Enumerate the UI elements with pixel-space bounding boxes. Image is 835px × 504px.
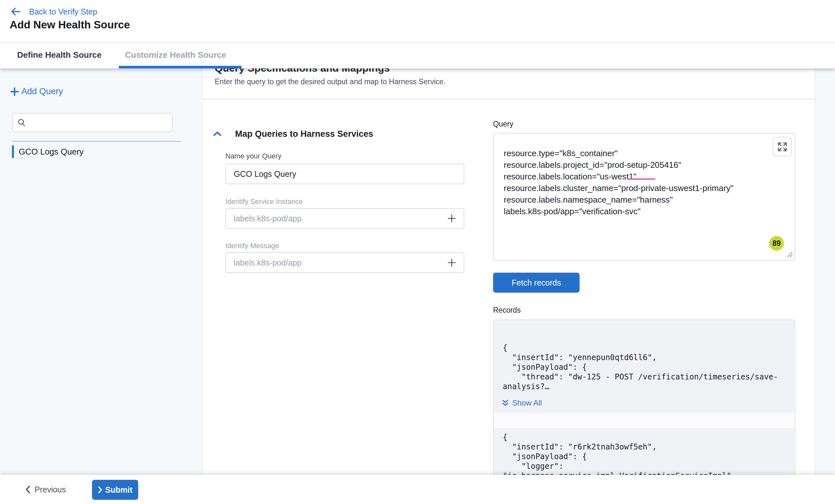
selected-indicator-bar (12, 145, 14, 158)
fullscreen-expand-icon (777, 141, 788, 153)
service-instance-input[interactable] (233, 214, 447, 224)
fetch-records-button[interactable]: Fetch records (493, 273, 579, 293)
previous-button[interactable]: Previous (25, 475, 66, 504)
message-field[interactable] (225, 252, 464, 273)
spellcheck-underline (627, 178, 655, 180)
map-queries-title: Map Queries to Harness Services (235, 129, 373, 139)
add-health-source-page: Query Specifications and Mappings Enter … (0, 0, 835, 504)
query-textarea[interactable]: resource.type="k8s_container"resource.la… (493, 133, 795, 261)
page-title: Add New Health Source (10, 19, 130, 31)
name-your-query-label: Name your Query (225, 152, 282, 160)
section-subtitle: Enter the query to get the desired outpu… (215, 78, 446, 86)
show-all-link[interactable]: Show All (502, 398, 542, 407)
plus-icon (10, 87, 19, 97)
previous-label: Previous (35, 485, 66, 494)
sidebar-item-gco-logs-query[interactable]: GCO Logs Query (12, 145, 84, 158)
back-to-verify-step-link[interactable]: Back to Verify Step (11, 4, 97, 19)
resize-handle-icon[interactable] (785, 250, 793, 259)
add-query-button[interactable]: Add Query (10, 86, 63, 97)
expand-query-button[interactable] (773, 137, 792, 156)
identify-service-instance-label: Identify Service Instance (225, 197, 303, 206)
query-search-box[interactable] (12, 113, 173, 132)
record-item[interactable]: { "insertId": "yennepun0qtd6ll6", "jsonP… (494, 320, 795, 413)
query-text: resource.type="k8s_container"resource.la… (504, 147, 733, 217)
submit-button[interactable]: Submit (92, 480, 138, 500)
record-json: { "insertId": "r6rk2tnah3owf5eh", "jsonP… (503, 433, 731, 481)
tab-define-health-source[interactable]: Define Health Source (17, 50, 102, 60)
wizard-tab-bar: Define Health Source Customize Health So… (0, 42, 835, 68)
show-all-label: Show All (512, 398, 542, 407)
add-service-instance-plus-icon[interactable] (447, 214, 456, 223)
search-input[interactable] (29, 118, 168, 127)
query-label: Query (493, 120, 513, 128)
message-input[interactable] (233, 258, 447, 268)
add-query-label: Add Query (21, 86, 63, 97)
tab-customize-health-source[interactable]: Customize Health Source (125, 50, 226, 60)
chevron-right-icon (98, 486, 102, 493)
suggestion-count-badge[interactable]: 89 (769, 236, 784, 251)
records-label: Records (493, 306, 521, 315)
service-instance-field[interactable] (225, 208, 464, 229)
footer-bar: Previous Submit (0, 475, 835, 504)
identify-message-label: Identify Message (225, 242, 279, 250)
active-tab-underline (119, 66, 242, 68)
search-icon (17, 118, 26, 127)
add-message-plus-icon[interactable] (447, 258, 456, 268)
query-name-input[interactable] (233, 169, 456, 179)
double-chevron-down-icon (502, 399, 509, 407)
submit-label: Submit (105, 485, 133, 495)
query-item-label: GCO Logs Query (19, 147, 84, 157)
back-arrow-icon (11, 7, 21, 16)
page-header: Back to Verify Step Add New Health Sourc… (0, 0, 835, 43)
section-divider (202, 99, 814, 99)
sidebar-divider (12, 141, 181, 142)
chevron-up-icon[interactable] (213, 131, 222, 138)
chevron-left-icon (25, 485, 31, 494)
record-json: { "insertId": "yennepun0qtd6ll6", "jsonP… (503, 343, 778, 392)
back-link-label: Back to Verify Step (29, 7, 97, 17)
query-name-field[interactable] (225, 164, 464, 184)
